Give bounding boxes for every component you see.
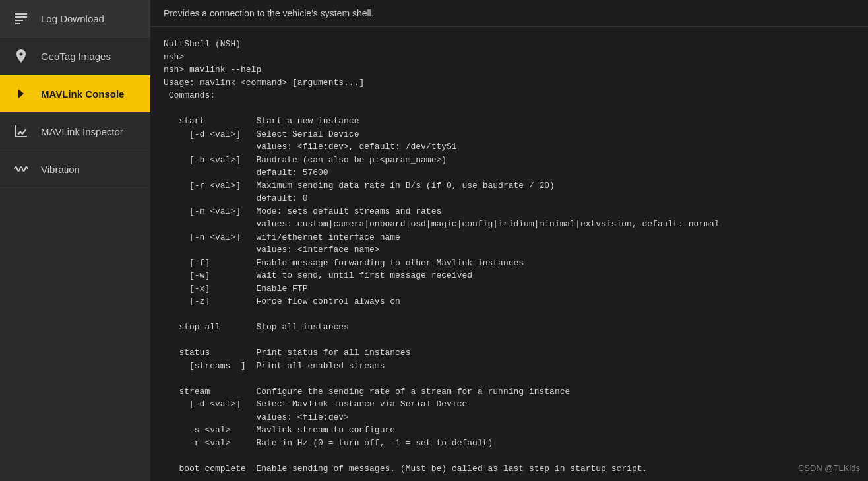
svg-rect-1 — [15, 16, 27, 18]
wave-icon — [11, 158, 32, 179]
sidebar-item-mavlink-inspector-label: MAVLink Inspector — [41, 126, 123, 137]
chart-icon — [11, 121, 32, 142]
main-content: Provides a connection to the vehicle's s… — [150, 0, 868, 481]
watermark: CSDN @TLKids — [798, 463, 860, 473]
sidebar-item-log-download[interactable]: Log Download — [0, 0, 150, 38]
top-description: Provides a connection to the vehicle's s… — [150, 0, 868, 27]
pin-icon — [11, 46, 32, 67]
console-output[interactable]: NuttShell (NSH) nsh> nsh> mavlink --help… — [150, 27, 868, 481]
sidebar-item-mavlink-console-label: MAVLink Console — [41, 88, 124, 100]
sidebar-item-vibration[interactable]: Vibration — [0, 150, 150, 188]
sidebar-item-geotag-images-label: GeoTag Images — [41, 51, 111, 62]
list-icon — [11, 8, 32, 29]
sidebar-item-log-download-label: Log Download — [41, 13, 104, 24]
sidebar: Log Download GeoTag Images MAVLink Conso… — [0, 0, 150, 481]
svg-rect-2 — [15, 20, 23, 21]
sidebar-item-mavlink-console[interactable]: MAVLink Console — [0, 75, 150, 113]
sidebar-item-geotag-images[interactable]: GeoTag Images — [0, 38, 150, 75]
chevron-right-icon — [11, 83, 32, 104]
sidebar-item-vibration-label: Vibration — [41, 164, 80, 175]
svg-rect-0 — [15, 13, 27, 15]
sidebar-item-mavlink-inspector[interactable]: MAVLink Inspector — [0, 113, 150, 150]
svg-rect-3 — [15, 23, 20, 24]
